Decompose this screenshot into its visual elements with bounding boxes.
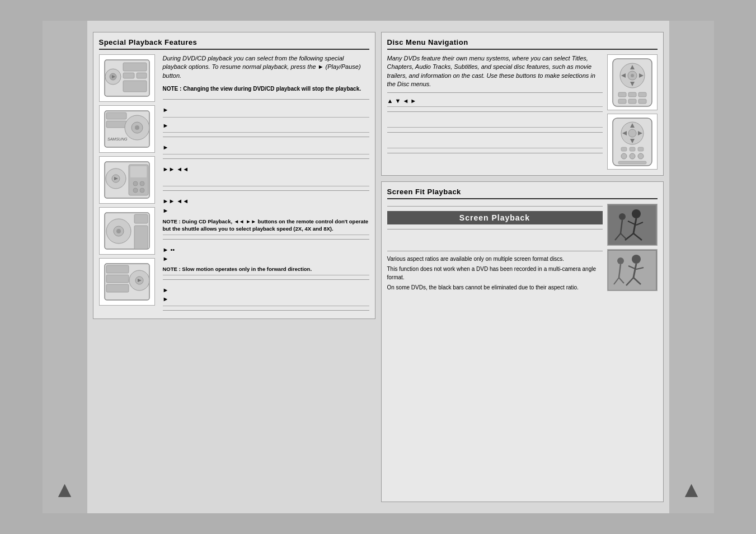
remote-svg-2 [610,115,655,168]
svg-rect-5 [123,81,147,92]
disc-menu-section: Disc Menu Navigation Many DVDs feature t… [381,32,664,176]
svg-rect-61 [638,147,644,151]
svg-rect-49 [618,99,626,104]
special-playback-section: Special Playback Features [93,32,375,319]
disc-divider-4 [387,153,603,153]
left-sidebar-arrow: ▲ [54,477,76,502]
svg-text:SAMSUNG: SAMSUNG [107,137,128,141]
screen-fit-divider-3 [387,251,603,251]
device-svg-5 [102,261,152,303]
nav-item-3 [387,137,603,148]
screen-fit-divider-1 [387,206,603,207]
disc-divider-1 [387,92,603,93]
divider-2 [163,137,369,137]
svg-point-45 [631,74,634,77]
right-sidebar: ▲ [669,21,714,513]
svg-rect-51 [638,99,646,104]
svg-rect-3 [123,73,134,78]
device-img-3 [99,156,155,204]
device-img-2: SAMSUNG [99,105,155,153]
svg-rect-77 [608,251,656,290]
nav-items: ▲ ▼ ◄ ► [387,95,603,156]
screen-playback-label: Screen Playback [387,211,603,224]
svg-rect-47 [628,92,636,97]
playback-item-1: ► [163,104,369,117]
svg-rect-66 [608,205,656,245]
screen-fit-section: Screen Fit Playback Screen Playback Vari… [381,181,664,502]
svg-rect-4 [137,73,147,78]
special-playback-inner: SAMSUNG [99,54,369,313]
page-container: ▲ Special Playback Features [43,21,714,513]
svg-point-84 [617,257,624,264]
screen-fit-text: Screen Playback Various aspect ratios ar… [387,204,603,293]
svg-rect-65 [618,161,646,164]
disc-menu-intro: Many DVDs feature their own menu systems… [387,54,603,89]
svg-point-13 [135,125,139,130]
playback-items: During DVD/CD playback you can select fr… [163,54,369,313]
svg-rect-10 [106,121,126,128]
right-sidebar-arrow: ▲ [680,477,703,502]
svg-rect-2 [123,63,147,71]
svg-rect-20 [130,166,147,177]
svg-point-22 [140,181,144,186]
svg-point-62 [621,153,627,159]
screen-playback-bar-wrapper: Screen Playback [387,211,603,224]
device-img-5 [99,258,155,306]
special-playback-intro: During DVD/CD playback you can select fr… [163,54,369,80]
svg-rect-29 [134,214,148,223]
left-sidebar: ▲ [43,21,87,513]
svg-point-21 [133,181,138,186]
sport-images [607,204,658,293]
device-svg-4 [102,210,152,252]
disc-menu-text: Many DVDs feature their own menu systems… [387,54,603,170]
main-content: Special Playback Features [87,21,669,513]
svg-point-73 [619,213,626,220]
screen-fit-note-1: Various aspect ratios are available only… [387,255,603,263]
remote-images [607,54,658,170]
disc-menu-inner: Many DVDs feature their own menu systems… [387,54,658,170]
playback-item-2: ► [163,119,369,133]
screen-fit-divider-2 [387,229,603,229]
disc-menu-title: Disc Menu Navigation [387,38,658,50]
special-playback-title: Special Playback Features [99,38,369,50]
svg-point-58 [628,129,636,137]
divider-6 [163,279,369,280]
screen-fit-note-3: On some DVDs, the black bars cannot be e… [387,283,603,292]
playback-item-4: ►► ◄◄ [163,163,369,186]
svg-rect-60 [630,147,635,151]
left-column: Special Playback Features [93,32,375,502]
right-column: Disc Menu Navigation Many DVDs feature t… [381,32,664,502]
svg-rect-33 [106,275,129,283]
svg-rect-50 [628,99,636,104]
device-svg-2: SAMSUNG [102,108,152,150]
screen-fit-note-2: This function does not work when a DVD h… [387,265,603,282]
svg-point-67 [632,209,641,218]
svg-point-64 [638,153,644,159]
playback-item-3: ► [163,141,369,154]
svg-rect-30 [134,226,148,249]
disc-divider-2 [387,111,603,112]
nav-item-1: ▲ ▼ ◄ ► [387,95,603,107]
playback-item-7: ► ► [163,284,369,306]
sport-img-2 [607,249,658,291]
remote-svg-1 [610,56,655,109]
svg-point-63 [630,153,635,159]
playback-item-5: ►► ◄◄ ► NOTE : Duing CD Playback, ◄◄ ►► … [163,195,369,235]
divider-5 [163,239,369,240]
svg-rect-59 [621,147,627,151]
disc-divider-3 [387,132,603,133]
divider-1 [163,99,369,100]
svg-point-24 [140,188,144,193]
divider-4 [163,190,369,191]
device-svg-3 [102,159,152,201]
device-svg-1 [102,57,152,99]
nav-item-2 [387,116,603,128]
divider-3 [163,158,369,159]
svg-rect-34 [106,284,129,292]
sport-svg-1 [608,205,656,245]
remote-img-2 [607,114,658,170]
svg-point-23 [133,188,138,193]
playback-item-6: ► •• ► NOTE : Slow motion operates only … [163,243,369,275]
divider-7 [163,310,369,311]
svg-point-28 [116,229,121,233]
